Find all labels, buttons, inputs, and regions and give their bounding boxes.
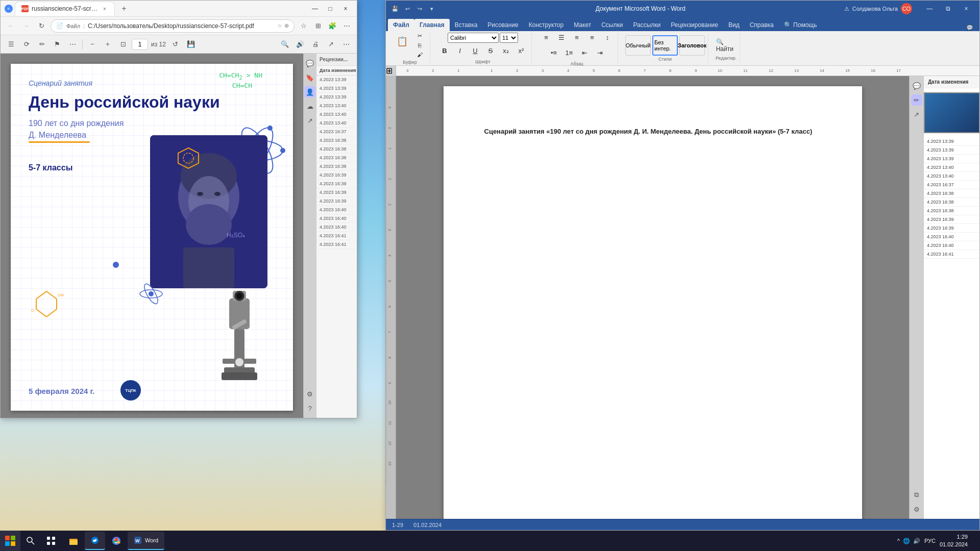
annotation-panel-icon[interactable]: 👤 bbox=[304, 86, 315, 97]
taskbar-chrome-btn[interactable] bbox=[106, 531, 127, 551]
style-normal-btn[interactable]: Обычный bbox=[625, 35, 651, 56]
pdf-scroll-area[interactable]: CH=CH2 > NH CH=CH bbox=[1, 54, 303, 418]
tab-layout[interactable]: Макет bbox=[569, 19, 596, 31]
word-redo-icon[interactable]: ↪ bbox=[414, 4, 425, 14]
fit-page-btn[interactable]: ⊡ bbox=[116, 38, 130, 51]
star-icon[interactable]: ☆ bbox=[277, 22, 282, 29]
tab-help[interactable]: Справка bbox=[745, 19, 779, 31]
find-btn[interactable]: 🔍 Найти bbox=[716, 36, 737, 55]
taskbar-taskview-btn[interactable] bbox=[41, 531, 61, 551]
settings-panel-icon[interactable]: ⚙ bbox=[304, 388, 315, 399]
word-save-icon[interactable]: 💾 bbox=[390, 4, 400, 14]
tab-draw[interactable]: Рисование bbox=[482, 19, 523, 31]
cloud-panel-icon[interactable]: ☁ bbox=[304, 101, 315, 112]
volume-icon[interactable]: 🔊 bbox=[913, 538, 920, 544]
minimize-button[interactable]: — bbox=[308, 2, 322, 16]
taskbar-language[interactable]: РУС bbox=[924, 538, 936, 544]
word-undo-icon[interactable]: ↩ bbox=[402, 4, 412, 14]
bold-btn[interactable]: B bbox=[437, 44, 452, 58]
tab-view[interactable]: Вид bbox=[723, 19, 745, 31]
pen-tool-btn[interactable]: ✏ bbox=[35, 38, 48, 51]
tab-close-button[interactable]: × bbox=[101, 5, 108, 12]
taskbar-edge-btn[interactable] bbox=[85, 532, 105, 550]
style-nospace-btn[interactable]: Без интер. bbox=[652, 35, 678, 56]
taskbar-clock[interactable]: 1:29 01.02.2024 bbox=[940, 533, 968, 549]
more-btn[interactable]: ⋯ bbox=[340, 20, 353, 32]
tab-insert[interactable]: Вставка bbox=[450, 19, 483, 31]
indent-decrease-btn[interactable]: ⇤ bbox=[577, 46, 592, 60]
font-size-selector[interactable]: 11 bbox=[500, 33, 518, 43]
word-scroll-area[interactable]: Сценарий занятия «190 лет со дня рождени… bbox=[396, 76, 909, 519]
close-button[interactable]: × bbox=[338, 2, 353, 16]
word-share-icon[interactable]: ↗ bbox=[911, 109, 922, 120]
collections-icon[interactable]: ⊕ bbox=[284, 22, 289, 29]
network-icon[interactable]: 🌐 bbox=[903, 538, 910, 544]
back-button[interactable]: ← bbox=[5, 20, 17, 32]
bookmark-panel-icon[interactable]: 🔖 bbox=[304, 72, 315, 83]
help-panel-icon[interactable]: ? bbox=[304, 403, 315, 414]
word-track-icon[interactable]: ✏ bbox=[911, 94, 922, 106]
highlight-btn[interactable]: ⚑ bbox=[51, 38, 64, 51]
maximize-button[interactable]: □ bbox=[323, 2, 337, 16]
tab-glavnaya[interactable]: Файл bbox=[388, 19, 414, 31]
tab-search[interactable]: 🔍 Помощь bbox=[779, 19, 822, 31]
word-minimize-btn[interactable]: — bbox=[920, 1, 939, 17]
page-number-input[interactable] bbox=[132, 39, 148, 50]
justify-btn[interactable]: ≡ bbox=[585, 31, 599, 45]
word-customize-icon[interactable]: ▾ bbox=[427, 4, 437, 14]
tab-design[interactable]: Конструктор bbox=[524, 19, 569, 31]
systray-chevron[interactable]: ^ bbox=[897, 538, 900, 544]
taskbar-search-btn[interactable] bbox=[20, 531, 41, 551]
word-focus-icon[interactable]: ⧉ bbox=[911, 489, 922, 500]
italic-btn[interactable]: I bbox=[453, 44, 467, 58]
taskbar-word-btn[interactable]: W Word bbox=[128, 532, 164, 550]
word-comments-icon[interactable]: 💬 bbox=[911, 80, 922, 91]
read-aloud-btn[interactable]: 🔊 bbox=[293, 38, 307, 51]
print-btn[interactable]: 🖨 bbox=[309, 38, 322, 51]
style-h1-btn[interactable]: Заголовок bbox=[679, 35, 705, 56]
align-left-btn[interactable]: ≡ bbox=[539, 31, 553, 45]
superscript-btn[interactable]: x² bbox=[514, 44, 528, 58]
zoom-in-btn[interactable]: + bbox=[101, 38, 114, 51]
indent-increase-btn[interactable]: ⇥ bbox=[593, 46, 607, 60]
line-spacing-btn[interactable]: ↕ bbox=[600, 31, 615, 45]
share-panel-icon[interactable]: ↗ bbox=[304, 115, 315, 126]
save-btn[interactable]: 💾 bbox=[184, 38, 198, 51]
paste-btn[interactable]: 📋 bbox=[393, 32, 411, 51]
word-settings-icon[interactable]: ⚙ bbox=[911, 504, 922, 515]
tab-references[interactable]: Ссылки bbox=[596, 19, 628, 31]
underline-btn[interactable]: U bbox=[468, 44, 482, 58]
format-painter-btn[interactable]: 🖌 bbox=[412, 51, 427, 59]
strikethrough-btn[interactable]: S bbox=[483, 44, 498, 58]
tab-mailings[interactable]: Рассылки bbox=[628, 19, 666, 31]
search-btn[interactable]: 🔍 bbox=[278, 38, 291, 51]
tab-review[interactable]: Рецензирование bbox=[666, 19, 723, 31]
start-button[interactable] bbox=[0, 531, 20, 551]
pdf-more-btn[interactable]: ⋯ bbox=[339, 38, 353, 51]
extensions-btn[interactable]: 🧩 bbox=[326, 20, 338, 32]
cut-btn[interactable]: ✂ bbox=[412, 32, 427, 40]
word-restore-btn[interactable]: ⧉ bbox=[939, 1, 957, 17]
numbered-list-btn[interactable]: 1≡ bbox=[562, 46, 576, 60]
new-tab-button[interactable]: + bbox=[117, 2, 131, 16]
tab-home[interactable]: Главная bbox=[414, 19, 450, 31]
more-tools-btn[interactable]: ⋯ bbox=[66, 38, 79, 51]
favorites-icon[interactable]: ☆ bbox=[298, 20, 310, 32]
word-close-btn[interactable]: × bbox=[957, 1, 975, 17]
rotate-btn[interactable]: ⟳ bbox=[20, 38, 33, 51]
reload-button[interactable]: ↻ bbox=[35, 20, 47, 32]
zoom-out-btn[interactable]: − bbox=[86, 38, 99, 51]
copy-btn[interactable]: ⎘ bbox=[412, 41, 427, 49]
subscript-btn[interactable]: x₂ bbox=[499, 44, 513, 58]
share-btn[interactable]: ↗ bbox=[324, 38, 337, 51]
forward-button[interactable]: → bbox=[20, 20, 32, 32]
user-avatar[interactable]: СО bbox=[901, 3, 912, 14]
comments-tab-icon[interactable]: 💬 bbox=[962, 24, 977, 31]
address-bar[interactable]: 📄 Файл | C:/Users/пользователь/Desktop/r… bbox=[51, 19, 295, 33]
taskbar-explorer-btn[interactable] bbox=[63, 531, 84, 551]
pdf-tab[interactable]: PDF russianscience-57-script.pdf × bbox=[15, 2, 115, 16]
toolbar-menu-btn[interactable]: ☰ bbox=[5, 38, 18, 51]
align-right-btn[interactable]: ≡ bbox=[570, 31, 584, 45]
font-selector[interactable]: Calibri bbox=[448, 33, 499, 43]
collections-btn[interactable]: ⊞ bbox=[312, 20, 324, 32]
